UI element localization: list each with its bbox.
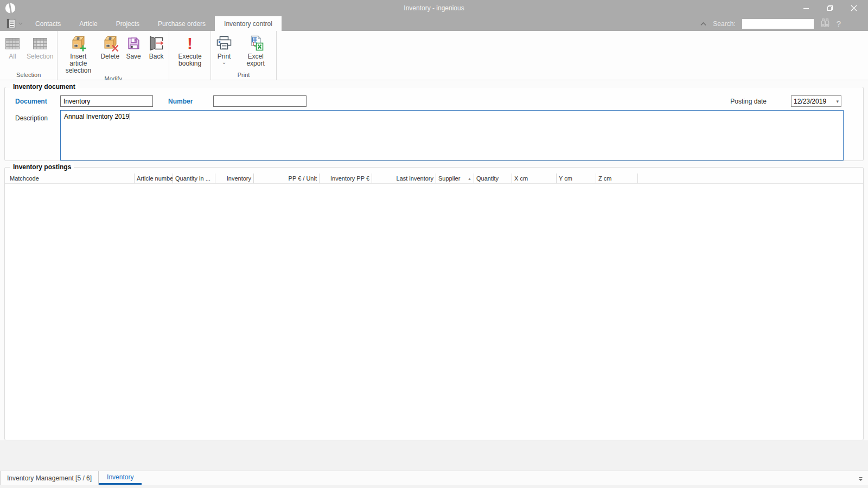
tab-projects[interactable]: Projects: [107, 16, 149, 31]
column-header-label: Quantity: [476, 175, 499, 182]
footer-tab-inventory-management[interactable]: Inventory Management [5 / 6]: [0, 471, 99, 485]
chevron-down-icon: [18, 22, 23, 25]
all-button[interactable]: All: [1, 32, 24, 60]
chevron-down-icon: ⌄: [222, 60, 226, 65]
column-header-label: Quantity in ...: [175, 175, 210, 182]
restore-button[interactable]: [818, 0, 842, 16]
tab-list-dropdown-icon: [858, 477, 864, 481]
inventory-postings-groupbox: Inventory postings MatchcodeArticle numb…: [4, 167, 864, 440]
grid-all-icon: [4, 34, 21, 53]
tab-purchase-orders[interactable]: Purchase orders: [149, 16, 215, 31]
footer: Inventory Management [5 / 6] Inventory: [0, 440, 868, 488]
excel-export-button[interactable]: Excel export: [236, 32, 275, 67]
groupbox-title: Inventory document: [10, 83, 78, 91]
column-header-supplier[interactable]: Supplier▲: [436, 174, 474, 183]
column-header-article-number[interactable]: Article number: [135, 174, 173, 183]
number-input[interactable]: [213, 95, 307, 107]
column-header-label: Z cm: [598, 175, 611, 182]
column-header-inventory-pp[interactable]: Inventory PP €: [320, 174, 372, 183]
door-back-icon: [148, 34, 165, 53]
minimize-button[interactable]: [794, 0, 818, 16]
text-caret: [130, 113, 130, 120]
posting-date-label: Posting date: [730, 98, 767, 105]
column-header-label: Inventory PP €: [330, 175, 369, 182]
column-header-last-inventory[interactable]: Last inventory: [372, 174, 436, 183]
close-button[interactable]: [842, 0, 866, 16]
ribbon-group-print: Print ⌄ Excel export Pr: [211, 31, 277, 80]
binoculars-search-icon[interactable]: [820, 18, 830, 29]
window-controls: [794, 0, 866, 16]
posting-date-value: 12/23/2019: [794, 98, 836, 105]
package-add-icon: [69, 34, 87, 53]
back-button[interactable]: Back: [145, 32, 168, 60]
column-header-label: PP € / Unit: [289, 175, 317, 182]
ribbon-group-caption: Selection: [1, 70, 56, 80]
collapse-ribbon-button[interactable]: [700, 20, 706, 28]
delete-button[interactable]: Delete: [98, 32, 122, 60]
ribbon-group-execute: ! Execute booking: [169, 31, 211, 80]
postings-header-row: MatchcodeArticle numberQuantity in ...In…: [5, 174, 863, 184]
description-text: Annual Inventory 2019: [64, 113, 129, 120]
package-delete-icon: [101, 34, 119, 53]
tab-contacts[interactable]: Contacts: [26, 16, 70, 31]
sort-ascending-icon: ▲: [464, 177, 471, 181]
number-label: Number: [168, 98, 193, 105]
description-label: Description: [15, 114, 48, 122]
floppy-disk-icon: [125, 34, 142, 53]
column-header-y-cm[interactable]: Y cm: [557, 174, 596, 183]
execute-booking-button[interactable]: ! Execute booking: [170, 32, 209, 67]
window-title: Inventory - ingenious: [0, 0, 868, 16]
column-header-quantity-in[interactable]: Quantity in ...: [173, 174, 215, 183]
ribbon-button-label: Execute booking: [173, 53, 207, 67]
printer-icon: [215, 34, 233, 53]
posting-date-combobox[interactable]: 12/23/2019 ▾: [791, 95, 841, 107]
document-input[interactable]: [60, 95, 153, 107]
column-header-label: Last inventory: [397, 175, 433, 182]
tab-inventory-control[interactable]: Inventory control: [215, 16, 282, 31]
column-header-quantity[interactable]: Quantity: [474, 174, 512, 183]
column-header-matchcode[interactable]: Matchcode: [5, 174, 135, 183]
menubar: Contacts Article Projects Purchase order…: [0, 16, 868, 31]
excel-export-icon: [246, 34, 265, 53]
app-menu-button[interactable]: [0, 16, 26, 31]
ribbon-group-caption: Print: [212, 70, 275, 80]
chevron-up-icon: [700, 22, 706, 26]
column-header-inventory[interactable]: Inventory: [215, 174, 254, 183]
postings-table-body[interactable]: [5, 184, 863, 440]
ribbon-button-label: Selection: [27, 53, 53, 60]
ribbon-button-label: Save: [126, 53, 141, 60]
column-header-label: Y cm: [559, 175, 572, 182]
ribbon-button-label: Excel export: [239, 53, 272, 67]
column-header-label: Supplier: [438, 175, 460, 182]
ribbon-toolbar: All Selection Selection: [0, 31, 868, 80]
selection-button[interactable]: Selection: [24, 32, 56, 60]
column-header-label: X cm: [514, 175, 528, 182]
column-header-x-cm[interactable]: X cm: [512, 174, 557, 183]
help-button[interactable]: ?: [837, 19, 841, 28]
tab-article[interactable]: Article: [70, 16, 106, 31]
print-button[interactable]: Print ⌄: [212, 32, 236, 65]
dropdown-arrow-icon: ▾: [836, 99, 839, 104]
ribbon-button-label: Back: [149, 53, 164, 60]
search-label: Search:: [713, 20, 735, 28]
description-textarea[interactable]: Annual Inventory 2019: [60, 110, 844, 160]
column-header-label: Matchcode: [10, 175, 39, 182]
insert-article-selection-button[interactable]: Insert article selection: [59, 32, 98, 74]
ribbon-group-caption: [170, 77, 209, 80]
tab-list-dropdown-button[interactable]: [858, 476, 864, 483]
main-content: Inventory document Document Number Posti…: [0, 80, 868, 440]
groupbox-title: Inventory postings: [10, 163, 74, 171]
column-header-empty[interactable]: [638, 174, 863, 183]
document-tabbar: Inventory Management [5 / 6] Inventory: [0, 471, 868, 485]
menubar-right-cluster: Search: ?: [700, 16, 841, 31]
document-label: Document: [15, 98, 47, 105]
inventory-document-groupbox: Inventory document Document Number Posti…: [4, 87, 864, 161]
column-header-pp-per-unit[interactable]: PP € / Unit: [254, 174, 320, 183]
list-menu-icon: [5, 18, 17, 29]
column-header-z-cm[interactable]: Z cm: [596, 174, 638, 183]
save-button[interactable]: Save: [122, 32, 145, 60]
search-input[interactable]: [742, 19, 814, 29]
ribbon-button-label: Insert article selection: [61, 53, 95, 74]
footer-tab-inventory[interactable]: Inventory: [99, 471, 142, 485]
titlebar: Inventory - ingenious: [0, 0, 868, 16]
